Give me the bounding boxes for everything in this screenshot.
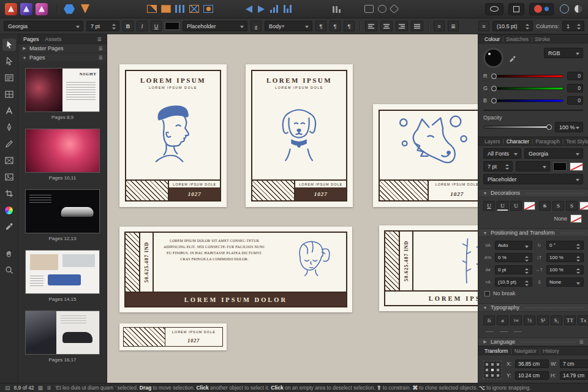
bullet-list-icon[interactable]: ≡ — [434, 21, 445, 31]
blue-slider[interactable] — [492, 99, 564, 102]
opacity-value-combo[interactable]: 100 % — [555, 122, 583, 132]
card-title[interactable]: LOREM IPSUM — [129, 77, 217, 84]
page-thumbnail[interactable]: Pages 10,11 — [25, 129, 100, 181]
numbered-list-icon[interactable]: ≣ — [448, 21, 459, 31]
tab-layers[interactable]: Layers — [483, 138, 502, 145]
wolf-illustration[interactable] — [380, 111, 478, 179]
blue-value-field[interactable]: 0 — [567, 96, 583, 105]
strikethrough-double-button[interactable]: S — [552, 201, 564, 211]
pencil-tool[interactable] — [2, 138, 16, 150]
preflight-icon[interactable]: ≣ — [47, 385, 51, 391]
strikethrough-colour-swatch[interactable] — [579, 202, 588, 210]
fractions-button[interactable]: ½ — [524, 315, 535, 325]
positioning-section-header[interactable]: ▼ Positioning and Transform — [478, 228, 588, 237]
panel-menu-icon[interactable]: ≣ — [97, 36, 102, 42]
bold-button[interactable]: B — [123, 21, 134, 31]
text-colour-swatch[interactable] — [165, 22, 179, 30]
artistic-text-tool[interactable] — [2, 105, 16, 117]
x-field[interactable]: 36.85 cm — [515, 360, 549, 368]
card-subtitle[interactable]: LOREM IPSUM DOLE — [129, 86, 217, 89]
hatch-pattern-box[interactable] — [124, 328, 165, 346]
page-thumbnail[interactable]: Pages 12,13 — [25, 189, 100, 241]
font-style-combo[interactable] — [516, 161, 550, 172]
y-field[interactable]: 10.24 cm — [515, 371, 549, 380]
red-slider[interactable] — [492, 75, 564, 78]
oval-tool-button[interactable] — [485, 3, 503, 15]
picture-frame-tool[interactable] — [2, 154, 16, 167]
tab-swatches[interactable]: Swatches — [504, 36, 530, 42]
card-page-small[interactable]: LOREM IPSUM DOLE 1027 — [119, 323, 227, 350]
man-illustration[interactable] — [126, 91, 220, 179]
move-tool[interactable] — [2, 39, 16, 51]
place-image-tool[interactable] — [2, 171, 16, 183]
tab-paragraph[interactable]: Paragraph — [533, 138, 562, 145]
zoom-tool[interactable] — [2, 264, 16, 276]
tab-character[interactable]: Character — [505, 138, 531, 145]
font-family-combo[interactable]: Georgia — [4, 21, 83, 31]
table-tool[interactable] — [2, 88, 16, 100]
green-slider-knob[interactable] — [491, 86, 497, 91]
italic-button[interactable]: I — [137, 21, 148, 31]
align-left-text-icon[interactable] — [365, 21, 377, 31]
blue-slider-knob[interactable] — [491, 98, 497, 104]
tab-navigator[interactable]: Navigator — [513, 348, 538, 354]
align-center-text-icon[interactable] — [380, 21, 393, 31]
space-evenly-icon[interactable] — [284, 5, 292, 13]
autofit-icon[interactable]: a — [251, 21, 262, 31]
alternates-button[interactable]: a — [497, 315, 508, 325]
spread-preview-10-11[interactable] — [25, 129, 100, 173]
green-value-field[interactable]: 0 — [567, 84, 583, 92]
frame-text-tool[interactable] — [2, 72, 16, 84]
w-field[interactable]: 7 cm — [560, 360, 588, 368]
justify-text-icon[interactable] — [411, 21, 423, 31]
card-page-dog[interactable]: LOREM IPSUM LOREM IPSUM DOLE — [246, 64, 353, 207]
publisher-app-icon[interactable] — [5, 3, 17, 15]
subscript-button[interactable]: S₁ — [551, 315, 562, 325]
tab-text-styles[interactable]: Text Styles — [564, 138, 588, 145]
picture-frame-insert-icon[interactable] — [147, 5, 157, 13]
card-banner[interactable]: LOREM IPSUM DOLOR — [126, 292, 346, 306]
underline-single-button[interactable]: U — [483, 201, 495, 211]
woman-illustration[interactable] — [275, 233, 346, 292]
node-tool[interactable] — [2, 55, 16, 67]
footer-number[interactable]: 1027 — [429, 187, 478, 200]
vector-crop-tool[interactable] — [2, 187, 16, 200]
underline-button[interactable]: U — [151, 21, 162, 31]
page-thumbnail[interactable]: Pages 16,17 — [25, 311, 100, 363]
footer-number[interactable]: 1027 — [169, 187, 220, 200]
anchor-point-selector[interactable] — [483, 361, 502, 379]
colour-picker-wheel-tool[interactable] — [2, 204, 16, 216]
card-title-block[interactable]: LOREM IPSUM LOREM IPSUM DOLE — [252, 71, 346, 91]
spread-preview-8-9[interactable]: NIGHT — [25, 68, 100, 112]
text-frame-insert-icon[interactable] — [161, 5, 171, 13]
designer-persona-icon[interactable] — [81, 4, 89, 13]
all-caps-button[interactable]: TT — [564, 315, 576, 325]
no-transform-button[interactable]: Tx — [578, 315, 588, 325]
footer-number[interactable]: 1027 — [165, 335, 222, 346]
hatch-pattern-box[interactable] — [126, 181, 169, 200]
kerning-stepper[interactable]: 0 % — [495, 253, 532, 262]
hatch-pattern-column[interactable] — [385, 232, 400, 290]
pen-tool[interactable] — [2, 121, 16, 134]
shape-insert-icon[interactable] — [203, 5, 213, 13]
decorations-section-header[interactable]: ▼ Decorations — [478, 189, 588, 197]
horizontal-scale-stepper[interactable]: 100 % — [546, 265, 584, 274]
footer-number[interactable]: 1027 — [295, 187, 346, 200]
char-stroke-none-swatch[interactable] — [570, 162, 583, 171]
align-right-icon[interactable] — [258, 6, 265, 13]
colour-spectrum-bar[interactable] — [483, 110, 583, 111]
card-footer[interactable]: LOREM IPSUM DOLE 1027 — [126, 179, 220, 200]
footer-text[interactable]: LOREM IPSUM DOLE — [169, 181, 220, 187]
body-text-frame[interactable]: LOREM IPSUM DOLOR SIT AMET CONSEC-TETUR … — [154, 233, 275, 292]
font-size-stepper[interactable]: 7 pt — [86, 21, 119, 31]
card-page-wolf[interactable]: LOREM IPSUM DOLE 1027 — [373, 104, 478, 207]
column-guides-icon[interactable] — [175, 5, 185, 13]
tab-assets[interactable]: Assets — [45, 36, 62, 42]
table-insert-icon[interactable] — [189, 5, 199, 13]
leading-icon[interactable]: ≡ — [478, 21, 489, 31]
page-thumbnail[interactable]: NIGHT Pages 8,9 — [25, 68, 100, 120]
row-menu-icon[interactable]: ≣ — [98, 55, 103, 61]
paragraph-style-combo[interactable]: Body+ — [265, 21, 312, 31]
char-font-size-stepper[interactable]: 7 pt — [483, 161, 513, 172]
h-field[interactable]: 14.79 cm — [560, 371, 588, 380]
